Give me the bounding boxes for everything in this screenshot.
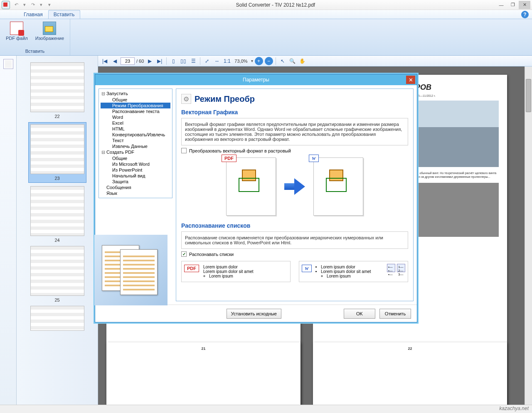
tree-general[interactable]: Общие <box>101 97 170 103</box>
tab-main[interactable]: Главная <box>18 10 48 19</box>
watermark: kazachya.net <box>499 406 529 411</box>
undo-dropdown[interactable]: ▾ <box>21 2 28 8</box>
app-icon[interactable] <box>2 1 10 9</box>
two-page-icon[interactable]: ▯▯ <box>179 57 187 65</box>
dialog-preview-illustration <box>94 235 167 305</box>
continuous-icon[interactable]: ☰ <box>189 57 197 65</box>
fit-width-icon[interactable]: ↔ <box>213 57 221 65</box>
zoom-out-button[interactable]: − <box>265 57 273 65</box>
qat-customize[interactable]: ▾ <box>46 2 53 8</box>
prev-page-button[interactable]: ◀ <box>111 57 119 65</box>
viewer-toolbar: |◀ ◀ / 60 ▶ ▶| ▯ ▯▯ ☰ ⤢ ↔ 1:1 73,0% ▾ + … <box>98 56 532 66</box>
ok-button[interactable]: OK <box>344 309 375 319</box>
insert-image-button[interactable]: Изображение <box>34 21 66 49</box>
actual-size-icon[interactable]: 1:1 <box>223 57 231 65</box>
thumb-img <box>30 62 84 112</box>
page-total: / 60 <box>136 59 144 64</box>
page-21-preview: 21 <box>106 342 300 405</box>
search-icon[interactable]: 🔍 <box>288 57 297 65</box>
tree-from-word[interactable]: Из Microsoft Word <box>101 161 170 167</box>
lorem: Lorem ipsum dolor sit amet <box>203 269 287 274</box>
vector-checkbox-label: Преобразовать векторный формат в растров… <box>189 148 291 153</box>
gear-icon: ⚙ <box>181 94 191 104</box>
dialog-content: ⚙ Режим Преобр Векторная Графика Векторн… <box>176 88 414 301</box>
last-page-button[interactable]: ▶| <box>155 57 164 65</box>
hand-tool-icon[interactable]: ✋ <box>298 57 307 65</box>
next-page-button[interactable]: ▶ <box>145 57 154 65</box>
tab-insert[interactable]: Вставить <box>48 10 80 19</box>
shape-icon <box>326 170 351 194</box>
tree-security[interactable]: Защита <box>101 179 170 184</box>
pdf-badge: PDF <box>222 155 236 162</box>
thumb-label: 25 <box>28 297 86 302</box>
select-tool-icon[interactable]: ↖ <box>278 57 287 65</box>
thumb-img <box>30 246 84 296</box>
undo-button[interactable]: ↶ <box>12 2 20 8</box>
tree-extract-data[interactable]: Извлечь Данные <box>101 143 170 149</box>
tree-ocr[interactable]: Распознавание текста <box>101 108 170 114</box>
word-badge: W <box>302 265 312 272</box>
tree-text[interactable]: Текст <box>101 138 170 143</box>
tree-initial-view[interactable]: Начальный вид <box>101 173 170 179</box>
vscroll-thumb[interactable] <box>526 79 531 112</box>
window-controls: — ❐ ✕ <box>495 1 530 9</box>
tree-from-ppt[interactable]: Из PowerPoint <box>101 167 170 173</box>
thumbnails-panel-icon[interactable] <box>3 59 13 69</box>
lists-title: Распознавание списков <box>181 222 408 229</box>
tree-language[interactable]: Язык <box>101 190 170 196</box>
thumb-26[interactable] <box>28 306 86 331</box>
tree-convert-mode[interactable]: Режим Преобразования <box>101 103 170 108</box>
minimize-button[interactable]: — <box>495 1 507 9</box>
vector-title: Векторная Графика <box>181 109 408 116</box>
content-heading: Режим Преобр <box>195 94 255 104</box>
options-dialog: Параметры ✕ Запустить Общие Режим Преобр… <box>95 74 417 322</box>
tree-word[interactable]: Word <box>101 114 170 120</box>
zoom-dropdown[interactable]: ▾ <box>251 59 253 63</box>
options-tree[interactable]: Запустить Общие Режим Преобразования Рас… <box>99 88 172 198</box>
maximize-button[interactable]: ❐ <box>507 1 519 9</box>
vertical-scrollbar[interactable] <box>525 66 532 405</box>
window-title: Solid Converter - TiV 2012 №12.pdf <box>56 2 495 8</box>
insert-pdf-button[interactable]: PDF файл <box>4 21 30 49</box>
fit-page-icon[interactable]: ⤢ <box>203 57 211 65</box>
tree-html[interactable]: HTML <box>101 126 170 132</box>
dialog-close-button[interactable]: ✕ <box>406 76 415 84</box>
dialog-titlebar[interactable]: Параметры ✕ <box>95 74 417 85</box>
first-page-button[interactable]: |◀ <box>101 57 109 65</box>
thumb-25[interactable]: 25 <box>28 246 86 302</box>
page-input[interactable] <box>121 57 135 65</box>
thumb-img <box>30 306 84 331</box>
help-icon[interactable]: ? <box>521 11 529 18</box>
tree-excel[interactable]: Excel <box>101 120 170 126</box>
dialog-title: Параметры <box>243 77 269 83</box>
tree-convert-extract[interactable]: Конвертировать/Извлечь <box>101 132 170 138</box>
thumbnail-panel[interactable]: 22 23 24 25 <box>17 56 98 405</box>
cancel-button[interactable]: Отменить <box>379 309 411 319</box>
dialog-footer: Установить исходные OK Отменить <box>95 305 417 322</box>
left-sidebar <box>0 56 17 405</box>
thumb-24[interactable]: 24 <box>28 186 86 243</box>
preview-doc-front <box>120 249 158 295</box>
thumb-label: 22 <box>28 114 86 119</box>
qat: ↶ ▾ ↷ ▾ ▾ <box>12 2 53 8</box>
ribbon: PDF файл Изображение Вставить <box>0 19 532 56</box>
lists-checkbox[interactable] <box>181 251 187 257</box>
redo-button[interactable]: ↷ <box>29 2 37 8</box>
close-button[interactable]: ✕ <box>519 1 530 9</box>
redo-dropdown[interactable]: ▾ <box>37 2 45 8</box>
image-icon <box>43 22 56 35</box>
tree-messages[interactable]: Сообщения <box>101 184 170 190</box>
tree-run[interactable]: Запустить <box>101 91 170 97</box>
reset-button[interactable]: Установить исходные <box>227 309 281 319</box>
thumb-23[interactable]: 23 <box>28 122 86 183</box>
single-page-icon[interactable]: ▯ <box>169 57 177 65</box>
vector-checkbox[interactable] <box>181 148 187 153</box>
tree-create-pdf[interactable]: Создать PDF <box>101 149 170 155</box>
pdf-badge: PDF <box>184 265 199 272</box>
bullets-icon: •—•—•— <box>387 264 395 272</box>
pages-row-lower: 21 22 <box>106 342 507 405</box>
zoom-in-button[interactable]: + <box>255 57 263 65</box>
thumb-22[interactable]: 22 <box>28 62 86 119</box>
tree-general2[interactable]: Общие <box>101 155 170 161</box>
vector-illustration: PDF W <box>181 157 408 216</box>
